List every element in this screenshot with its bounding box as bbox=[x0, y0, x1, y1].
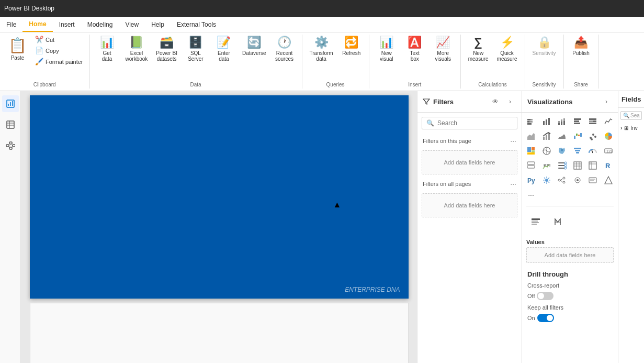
paste-button[interactable]: 📋 Paste bbox=[4, 35, 31, 63]
menu-view[interactable]: View bbox=[119, 17, 145, 32]
more-visuals-button[interactable]: 📈 More visuals bbox=[430, 35, 456, 64]
transform-data-button[interactable]: ⚙️ Transform data bbox=[307, 35, 336, 64]
publish-button[interactable]: 📤 Publish bbox=[568, 35, 594, 58]
viz-bar-chart[interactable] bbox=[571, 115, 584, 128]
viz-column-chart[interactable] bbox=[540, 115, 553, 128]
viz-line-chart[interactable] bbox=[602, 115, 615, 128]
viz-card[interactable]: 123 bbox=[602, 144, 615, 158]
cross-report-toggle[interactable] bbox=[537, 292, 553, 300]
viz-ai-insights[interactable] bbox=[540, 173, 553, 187]
sidebar-item-table[interactable] bbox=[2, 116, 19, 133]
ribbon-group-clipboard: 📋 Paste ✂️ Cut 📄 Copy 🖌️ Format painter … bbox=[0, 35, 90, 89]
filters-all-pages-drop[interactable]: Add data fields here bbox=[422, 193, 517, 217]
filters-this-page-drop[interactable]: Add data fields here bbox=[422, 150, 517, 174]
menu-help[interactable]: Help bbox=[145, 17, 171, 32]
sidebar-item-report[interactable] bbox=[2, 95, 19, 112]
svg-rect-32 bbox=[574, 123, 580, 124]
power-bi-datasets-button[interactable]: 🗃️ Power BI datasets bbox=[153, 35, 180, 64]
canvas-page[interactable]: ENTERPRISE DNA ▲ bbox=[30, 95, 409, 299]
svg-point-82 bbox=[558, 179, 560, 181]
new-measure-label: New measure bbox=[468, 50, 489, 62]
menu-home[interactable]: Home bbox=[22, 17, 52, 32]
filters-this-page-header: Filters on this page ··· bbox=[417, 134, 522, 148]
viz-stacked-column[interactable] bbox=[555, 115, 569, 128]
svg-rect-20 bbox=[527, 123, 532, 125]
viz-decomp-tree[interactable] bbox=[555, 173, 569, 187]
new-visual-button[interactable]: 📊 New visual bbox=[374, 35, 400, 64]
refresh-button[interactable]: 🔁 Refresh bbox=[338, 35, 365, 58]
sensitivity-button[interactable]: 🔒 Sensitivity bbox=[529, 35, 559, 58]
menu-external-tools[interactable]: External Tools bbox=[171, 17, 222, 32]
viz-area-chart[interactable] bbox=[524, 129, 538, 143]
viz-format-button[interactable] bbox=[548, 213, 567, 232]
refresh-icon: 🔁 bbox=[344, 37, 358, 48]
sidebar-item-model[interactable] bbox=[2, 137, 19, 154]
viz-line-column[interactable] bbox=[540, 129, 553, 143]
viz-multi-row-card[interactable] bbox=[524, 159, 538, 172]
excel-workbook-button[interactable]: 📗 Excel workbook bbox=[122, 35, 151, 64]
filters-this-page-more[interactable]: ··· bbox=[510, 137, 516, 145]
viz-expand-button[interactable]: › bbox=[600, 95, 613, 108]
viz-100pct-stacked-bar[interactable] bbox=[586, 115, 600, 128]
enter-data-button[interactable]: 📝 Enter data bbox=[211, 35, 237, 64]
dataverse-button[interactable]: 🔄 Dataverse bbox=[239, 35, 269, 58]
viz-treemap[interactable] bbox=[524, 144, 538, 158]
viz-shape[interactable] bbox=[602, 173, 615, 187]
viz-pie-chart[interactable] bbox=[602, 129, 615, 143]
viz-fields-button[interactable] bbox=[526, 213, 545, 232]
sensitivity-icon: 🔒 bbox=[537, 37, 551, 48]
menu-file[interactable]: File bbox=[0, 17, 22, 32]
get-data-button[interactable]: 📊 Get data bbox=[94, 35, 120, 64]
viz-waterfall[interactable] bbox=[571, 129, 584, 143]
text-box-button[interactable]: 🅰️ Text box bbox=[402, 35, 428, 64]
recent-sources-button[interactable]: 🕐 Recent sources bbox=[272, 35, 298, 64]
sql-server-button[interactable]: 🗄️ SQL Server bbox=[183, 35, 209, 64]
table-icon bbox=[6, 120, 15, 129]
viz-filled-map[interactable] bbox=[555, 144, 569, 158]
svg-rect-25 bbox=[558, 123, 560, 125]
viz-stacked-bar[interactable] bbox=[524, 115, 538, 128]
fields-expand-row[interactable]: › ⊞ Inv bbox=[618, 123, 644, 133]
menu-modeling[interactable]: Modeling bbox=[81, 17, 119, 32]
viz-kpi[interactable]: KPI bbox=[540, 159, 553, 172]
viz-funnel[interactable] bbox=[571, 144, 584, 158]
viz-scatter[interactable] bbox=[586, 129, 600, 143]
viz-table[interactable] bbox=[571, 159, 584, 172]
menu-insert[interactable]: Insert bbox=[53, 17, 81, 32]
canvas-area[interactable]: ENTERPRISE DNA ▲ bbox=[21, 91, 417, 363]
viz-values-drop[interactable]: Add data fields here bbox=[526, 247, 614, 263]
svg-rect-38 bbox=[543, 137, 545, 140]
viz-panel: Visualizations › bbox=[522, 91, 618, 363]
svg-rect-10 bbox=[9, 147, 12, 149]
viz-matrix[interactable] bbox=[586, 159, 600, 172]
viz-smart-narrative[interactable] bbox=[586, 173, 600, 187]
new-measure-button[interactable]: ∑ New measure bbox=[465, 35, 492, 64]
viz-ribbon-chart[interactable] bbox=[555, 129, 569, 143]
cut-button[interactable]: ✂️ Cut bbox=[33, 35, 57, 45]
viz-map[interactable] bbox=[540, 144, 553, 158]
svg-rect-17 bbox=[530, 119, 533, 120]
quick-measure-button[interactable]: ⚡ Quick measure bbox=[494, 35, 521, 64]
viz-slicer[interactable] bbox=[555, 159, 569, 172]
viz-key-influencers[interactable] bbox=[571, 173, 584, 187]
text-box-label: Text box bbox=[410, 50, 420, 62]
viz-python-visual[interactable]: Py bbox=[524, 173, 538, 187]
svg-text:123: 123 bbox=[606, 149, 613, 153]
viz-more-options[interactable]: ··· bbox=[524, 188, 538, 202]
main-layout: ENTERPRISE DNA ▲ Filters 👁 › 🔍 bbox=[0, 91, 644, 363]
viz-r-visual[interactable]: R bbox=[602, 159, 615, 172]
filters-expand-button[interactable]: › bbox=[504, 95, 516, 108]
svg-rect-56 bbox=[575, 150, 580, 151]
copy-button[interactable]: 📄 Copy bbox=[33, 46, 61, 56]
keep-all-filters-toggle[interactable] bbox=[537, 314, 554, 322]
filters-search-input[interactable] bbox=[437, 119, 516, 127]
paste-label: Paste bbox=[11, 55, 25, 61]
format-painter-button[interactable]: 🖌️ Format painter bbox=[33, 57, 85, 67]
enter-data-label: Enter data bbox=[218, 50, 230, 62]
filters-eye-button[interactable]: 👁 bbox=[489, 95, 502, 108]
fields-search-box[interactable]: 🔍 Sea bbox=[620, 111, 642, 120]
filters-panel-title: Filters bbox=[423, 98, 454, 106]
viz-gauge[interactable] bbox=[586, 144, 600, 158]
filters-search-box[interactable]: 🔍 bbox=[422, 117, 517, 129]
filters-all-pages-more[interactable]: ··· bbox=[510, 180, 516, 188]
